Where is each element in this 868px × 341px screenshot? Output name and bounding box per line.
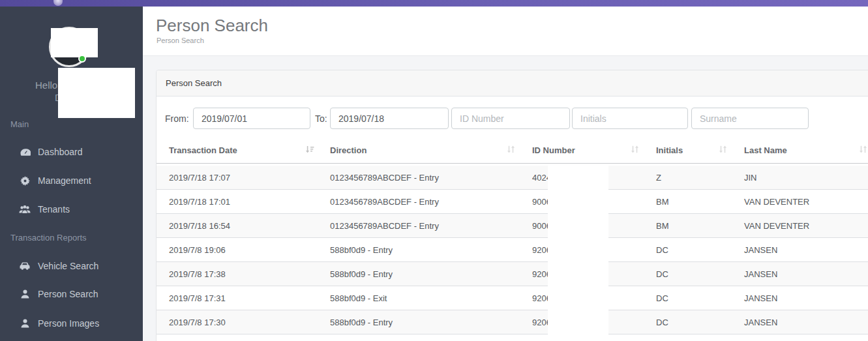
cell-initials: DC xyxy=(656,318,744,327)
cell-transaction-date: 2019/7/8 17:31 xyxy=(157,293,330,303)
table-row: 2019/7/18 17:01 0123456789ABCDEF - Entry… xyxy=(157,190,868,214)
cell-transaction-date: 2019/7/8 19:06 xyxy=(157,245,330,255)
cell-initials: DC xyxy=(656,269,744,279)
gear-icon xyxy=(18,176,31,186)
sidebar-item-label: Tenants xyxy=(38,204,70,215)
column-header-direction[interactable]: Direction xyxy=(330,145,532,155)
sidebar-item-person-search[interactable]: Person Search xyxy=(0,284,143,304)
cell-initials: DC xyxy=(656,245,744,255)
cell-direction: 588bf0d9 - Exit xyxy=(330,293,532,303)
table-row: 2019/7/8 17:31 588bf0d9 - Exit 9206 DC J… xyxy=(157,286,868,310)
car-icon xyxy=(18,261,31,271)
cell-last-name: JIN xyxy=(744,173,868,183)
column-header-transaction-date[interactable]: Transaction Date xyxy=(157,145,330,155)
sidebar-item-label: Dashboard xyxy=(38,147,83,157)
cell-transaction-date: 2019/7/18 17:07 xyxy=(157,173,330,183)
sort-amount-desc-icon xyxy=(305,145,314,155)
page-title: Person Search xyxy=(156,16,268,36)
nav-section-main: Main xyxy=(10,119,29,129)
cell-last-name: VAN DEVENTER xyxy=(744,197,868,207)
online-status-dot xyxy=(78,55,86,63)
card-title: Person Search xyxy=(157,70,868,96)
sidebar-item-management[interactable]: Management xyxy=(0,171,143,190)
sidebar-item-dashboard[interactable]: Dashboard xyxy=(0,142,143,162)
table-row: 2019/7/18 17:07 0123456789ABCDEF - Entry… xyxy=(157,166,868,190)
sort-both-icon xyxy=(719,145,727,155)
initials-input[interactable] xyxy=(572,108,688,129)
cell-transaction-date: 2019/7/8 17:38 xyxy=(157,269,330,279)
sort-both-icon xyxy=(507,145,515,155)
redaction-overlay xyxy=(58,68,135,118)
table-header-row: Transaction Date Direction ID Number Ini… xyxy=(157,138,868,164)
cell-direction: 588bf0d9 - Entry xyxy=(330,318,532,327)
to-date-input[interactable] xyxy=(330,108,449,129)
cell-initials: BM xyxy=(656,197,744,207)
cell-direction: 588bf0d9 - Entry xyxy=(330,269,532,279)
cell-direction: 0123456789ABCDEF - Entry xyxy=(330,221,532,231)
sort-both-icon xyxy=(631,145,639,155)
gauge-icon xyxy=(18,147,31,157)
breadcrumb: Person Search xyxy=(157,37,204,44)
table-row: 2019/7/8 19:06 588bf0d9 - Entry 9206 DC … xyxy=(157,238,868,262)
column-header-last-name[interactable]: Last Name xyxy=(744,145,868,155)
cell-direction: 0123456789ABCDEF - Entry xyxy=(330,197,532,207)
cell-last-name: JANSEN xyxy=(744,245,868,255)
column-header-id-number[interactable]: ID Number xyxy=(532,145,656,155)
topbar xyxy=(0,0,868,7)
table-row: 2019/7/8 17:38 588bf0d9 - Entry 9206 DC … xyxy=(157,262,868,286)
sidebar-item-tenants[interactable]: Tenants xyxy=(0,200,143,219)
from-date-input[interactable] xyxy=(193,108,310,129)
cell-last-name: JANSEN xyxy=(744,269,868,279)
cell-last-name: JANSEN xyxy=(744,293,868,303)
sidebar-item-label: Management xyxy=(38,175,91,186)
sidebar-item-person-images[interactable]: Person Images xyxy=(0,314,143,333)
table-body: 2019/7/18 17:07 0123456789ABCDEF - Entry… xyxy=(157,166,868,334)
cell-initials: DC xyxy=(656,293,744,303)
cell-transaction-date: 2019/7/8 17:30 xyxy=(157,318,330,327)
redaction-overlay xyxy=(51,28,98,57)
table-row: 2019/7/18 16:54 0123456789ABCDEF - Entry… xyxy=(157,214,868,238)
cell-direction: 588bf0d9 - Entry xyxy=(330,245,532,255)
sort-both-icon xyxy=(859,145,867,155)
redaction-overlay xyxy=(548,164,608,341)
person-icon xyxy=(18,289,31,299)
nav-section-transaction-reports: Transaction Reports xyxy=(10,233,87,243)
cell-initials: BM xyxy=(656,221,744,231)
column-header-initials[interactable]: Initials xyxy=(656,145,744,155)
results-table: Transaction Date Direction ID Number Ini… xyxy=(157,138,868,334)
from-label: From: xyxy=(165,108,189,130)
person-search-card: Person Search From: To: Transaction Date… xyxy=(156,70,868,341)
person-icon xyxy=(18,319,31,328)
cell-direction: 0123456789ABCDEF - Entry xyxy=(330,173,532,183)
surname-input[interactable] xyxy=(691,108,809,129)
greeting-text: Hello, xyxy=(35,80,60,91)
id-number-input[interactable] xyxy=(451,108,570,129)
to-label: To: xyxy=(315,108,327,130)
cell-last-name: JANSEN xyxy=(744,318,868,327)
cell-transaction-date: 2019/7/18 16:54 xyxy=(157,221,330,231)
cell-transaction-date: 2019/7/18 17:01 xyxy=(157,197,330,207)
users-icon xyxy=(18,205,31,214)
table-row: 2019/7/8 17:30 588bf0d9 - Entry 9206 DC … xyxy=(157,310,868,334)
cell-last-name: VAN DEVENTER xyxy=(744,221,868,231)
sidebar-item-vehicle-search[interactable]: Vehicle Search xyxy=(0,256,143,276)
cell-initials: Z xyxy=(656,173,744,183)
sidebar-item-label: Vehicle Search xyxy=(38,261,98,271)
sidebar-item-label: Person Search xyxy=(38,289,98,299)
sidebar-item-label: Person Images xyxy=(38,318,99,329)
